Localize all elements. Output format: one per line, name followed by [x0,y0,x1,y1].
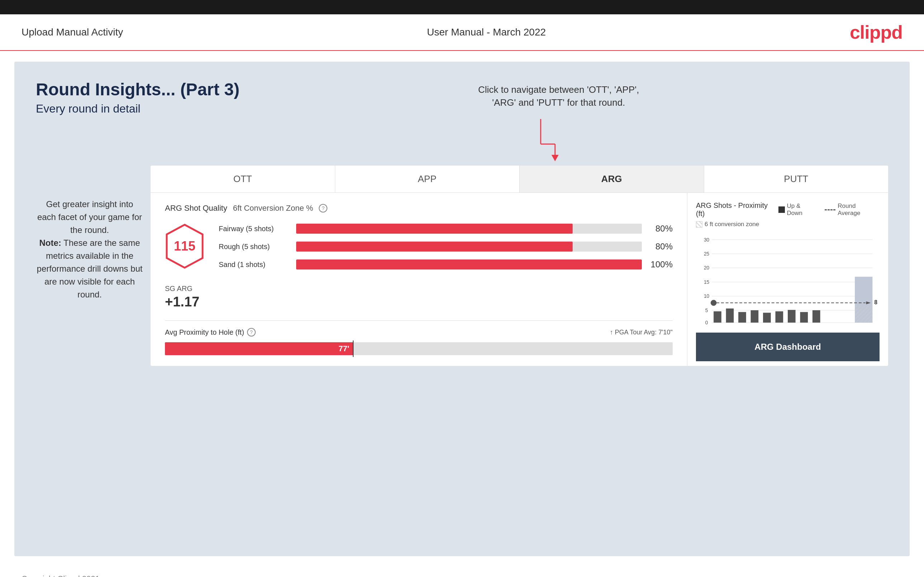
legend-round-avg-label: Round Average [838,203,880,217]
proximity-title: Avg Proximity to Hole (ft) ? [165,328,256,337]
note-label: Note: [39,238,61,248]
svg-text:30: 30 [704,237,709,243]
nav-hint-line2: 'ARG' and 'PUTT' for that round. [492,97,625,108]
proximity-cursor [353,340,354,357]
proximity-header: Avg Proximity to Hole (ft) ? ↑ PGA Tour … [165,328,673,337]
shot-quality-bars: Fairway (5 shots) 80% Rough (5 shots) [219,224,673,277]
right-panel: ARG Shots - Proximity (ft) Up & Down Rou… [687,193,888,366]
bar-label-rough: Rough (5 shots) [219,243,291,251]
pga-avg-label: ↑ PGA Tour Avg: 7'10" [610,329,673,336]
svg-rect-31 [855,306,872,322]
tab-putt[interactable]: PUTT [704,166,888,192]
svg-rect-27 [788,310,796,322]
tab-ott[interactable]: OTT [150,166,335,192]
upload-manual-label: Upload Manual Activity [21,26,123,38]
bar-track-sand [296,259,642,269]
svg-marker-3 [551,155,559,161]
card-body: ARG Shot Quality 6ft Conversion Zone % ?… [150,193,888,366]
top-bar [0,0,924,15]
sg-label: SG ARG [165,285,673,293]
clippd-logo: clippd [850,21,903,43]
proximity-help-icon[interactable]: ? [247,328,256,337]
bar-label-sand: Sand (1 shots) [219,261,291,269]
bar-fill-fairway [296,224,573,234]
bar-pct-fairway: 80% [648,224,673,234]
bar-track-fairway [296,224,642,234]
desc-text-before: Get greater insight into each facet of y… [37,199,142,235]
legend-6ft: 6 ft conversion zone [696,221,880,228]
header: Upload Manual Activity User Manual - Mar… [0,15,924,51]
nav-hint-line1: Click to navigate between 'OTT', 'APP', [478,84,639,95]
legend-round-avg: Round Average [825,203,880,217]
arg-dashboard-button[interactable]: ARG Dashboard [696,333,880,361]
svg-text:20: 20 [704,265,709,271]
nav-arrow [533,119,562,163]
user-manual-label: User Manual - March 2022 [427,26,546,38]
svg-rect-26 [775,311,783,323]
bar-row-fairway: Fairway (5 shots) 80% [219,224,673,234]
legend-dashed-icon [825,209,835,210]
svg-rect-23 [738,312,746,323]
svg-rect-21 [714,311,721,323]
tab-arg[interactable]: ARG [520,166,704,192]
section-subtitle: Every round in detail [36,102,888,115]
proximity-value: 77' [338,344,349,353]
bar-track-rough [296,242,642,251]
panel-header: ARG Shot Quality 6ft Conversion Zone % ? [165,203,673,213]
chart-title: ARG Shots - Proximity (ft) [696,201,779,218]
svg-rect-25 [763,313,771,323]
proximity-title-text: Avg Proximity to Hole (ft) [165,328,244,337]
left-description: Get greater insight into each facet of y… [36,198,144,301]
bar-label-fairway: Fairway (5 shots) [219,225,291,233]
bar-row-sand: Sand (1 shots) 100% [219,259,673,269]
chart-area: 0 5 10 15 20 25 30 [696,234,880,327]
svg-rect-29 [813,310,821,322]
svg-text:25: 25 [704,251,709,256]
section-title: Round Insights... (Part 3) [36,79,888,99]
proximity-section: Avg Proximity to Hole (ft) ? ↑ PGA Tour … [165,321,673,355]
bar-fill-rough [296,242,573,251]
quality-title: ARG Shot Quality [165,203,227,213]
legend-6ft-label: 6 ft conversion zone [704,221,759,228]
svg-rect-22 [726,309,734,322]
main-card: OTT APP ARG PUTT ARG Shot Quality 6ft Co… [150,166,888,366]
footer: Copyright Clippd 2021 [0,567,924,577]
chart-legend: Up & Down Round Average [779,203,880,217]
legend-updown: Up & Down [779,203,818,217]
tabs-bar: OTT APP ARG PUTT [150,166,888,193]
hexagon-value: 115 [174,239,195,254]
copyright-text: Copyright Clippd 2021 [21,574,100,577]
proximity-bar-track: 77' [165,342,673,355]
sg-value: +1.17 [165,294,673,309]
svg-text:8: 8 [874,299,877,305]
bar-row-rough: Rough (5 shots) 80% [219,242,673,251]
svg-rect-28 [800,312,808,323]
help-icon[interactable]: ? [319,204,327,213]
quality-subtitle: 6ft Conversion Zone % [233,203,313,213]
legend-hatched-icon [696,221,703,227]
hexagon-bars-container: 115 Fairway (5 shots) 80% Rough (5 shots… [165,224,673,277]
legend-square-icon [779,206,785,213]
svg-text:5: 5 [705,308,708,313]
right-panel-header: ARG Shots - Proximity (ft) Up & Down Rou… [696,201,880,218]
left-panel: ARG Shot Quality 6ft Conversion Zone % ?… [150,193,687,366]
sg-section: SG ARG +1.17 [165,285,673,309]
bar-fill-sand [296,259,642,269]
hexagon-badge: 115 [165,224,204,269]
svg-rect-24 [751,310,759,322]
nav-hint: Click to navigate between 'OTT', 'APP', … [478,83,639,109]
tab-app[interactable]: APP [335,166,520,192]
legend-updown-label: Up & Down [787,203,818,217]
svg-text:0: 0 [705,320,708,326]
svg-text:15: 15 [704,280,709,285]
proximity-bar-fill: 77' [165,342,353,355]
main-content: Round Insights... (Part 3) Every round i… [15,62,909,556]
bar-pct-sand: 100% [648,259,673,269]
svg-text:10: 10 [704,293,709,299]
bar-pct-rough: 80% [648,242,673,251]
svg-point-33 [711,300,716,306]
